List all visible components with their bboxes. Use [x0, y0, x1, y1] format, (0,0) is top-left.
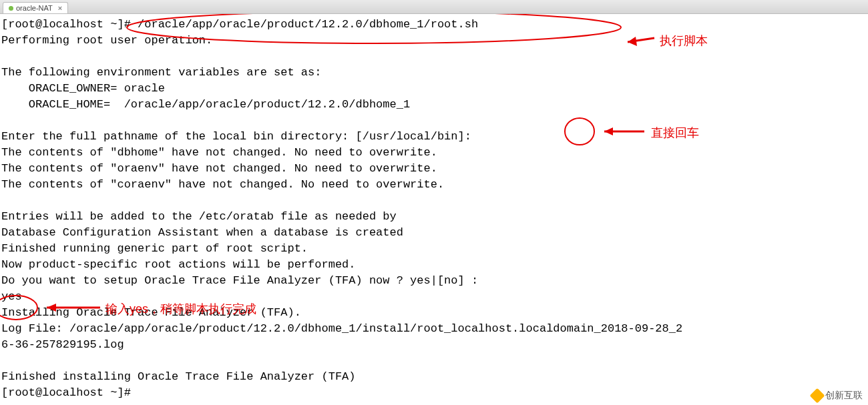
out-line: Log File: /oracle/app/oracle/product/12.…: [1, 322, 682, 335]
out-line: The following environment variables are …: [1, 66, 321, 79]
tab-title: oracle-NAT: [16, 4, 53, 12]
annotation-run-script: 执行脚本: [660, 33, 708, 49]
out-line: Now product-specific root actions will b…: [1, 258, 356, 271]
out-line: The contents of "coraenv" have not chang…: [1, 178, 444, 191]
prompt: [root@localhost ~]#: [1, 18, 131, 31]
out-line: ORACLE_HOME= /oracle/app/oracle/product/…: [1, 98, 410, 111]
out-line: Performing root user operation.: [1, 34, 212, 47]
tab-bar: oracle-NAT ×: [0, 0, 868, 14]
out-line: The contents of "dbhome" have not change…: [1, 146, 437, 159]
out-line: The contents of "oraenv" have not change…: [1, 162, 437, 175]
out-line: Entries will be added to the /etc/oratab…: [1, 210, 397, 223]
terminal[interactable]: [root@localhost ~]# /oracle/app/oracle/p…: [0, 14, 868, 405]
watermark: 创新互联: [812, 390, 863, 402]
out-line: Finished installing Oracle Trace File An…: [1, 370, 356, 383]
watermark-logo-icon: [810, 388, 825, 404]
out-line: ORACLE_OWNER= oracle: [1, 82, 165, 95]
out-line: Database Configuration Assistant when a …: [1, 226, 403, 239]
user-input: yes: [1, 290, 22, 303]
watermark-text: 创新互联: [825, 390, 863, 402]
prompt: [root@localhost ~]#: [1, 386, 131, 399]
connection-status-icon: [9, 6, 13, 11]
annotation-type-yes: 输入yes，稍等脚本执行完成: [105, 301, 256, 317]
command: /oracle/app/oracle/product/12.2.0/dbhome…: [138, 18, 478, 31]
tab-oracle-nat[interactable]: oracle-NAT ×: [3, 2, 68, 13]
out-line: Finished running generic part of root sc…: [1, 242, 308, 255]
terminal-output: [root@localhost ~]# /oracle/app/oracle/p…: [1, 17, 867, 401]
out-line: Enter the full pathname of the local bin…: [1, 130, 471, 143]
out-line: Do you want to setup Oracle Trace File A…: [1, 274, 478, 287]
annotation-press-enter: 直接回车: [651, 125, 699, 141]
close-icon[interactable]: ×: [58, 4, 62, 12]
out-line: 6-36-257829195.log: [1, 338, 124, 351]
